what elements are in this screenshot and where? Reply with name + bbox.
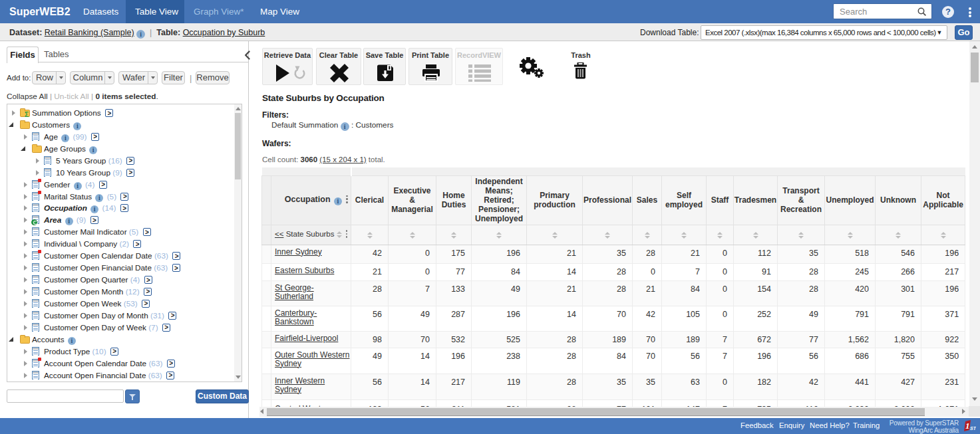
svg-text:1: 1 <box>965 421 970 431</box>
svg-text:ST: ST <box>970 426 976 431</box>
